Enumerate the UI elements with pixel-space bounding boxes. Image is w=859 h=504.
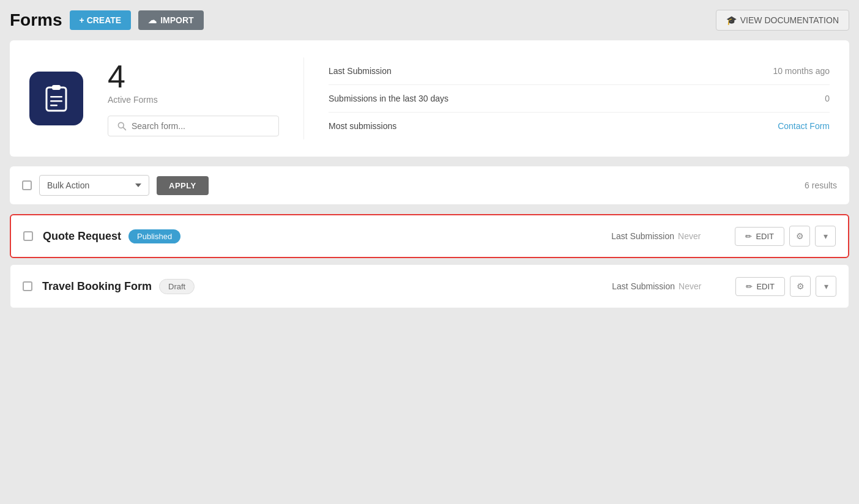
settings-button-1[interactable]: ⚙ (789, 226, 810, 246)
clipboard-icon (42, 84, 71, 113)
expand-button-2[interactable]: ▾ (816, 276, 836, 297)
last-submission-meta-value-1: Never (678, 231, 701, 241)
edit-button-2[interactable]: ✏ EDIT (735, 277, 785, 296)
last-submission-meta-label-1: Last Submission (611, 231, 674, 241)
gear-icon-2: ⚙ (797, 281, 805, 291)
chevron-down-icon-1: ▾ (824, 231, 828, 241)
last-submission-meta-value-2: Never (679, 281, 701, 291)
form-status-badge-2: Draft (159, 279, 195, 294)
expand-button-1[interactable]: ▾ (815, 226, 836, 246)
form-name-group-1: Quote Request Published (43, 229, 180, 243)
settings-button-2[interactable]: ⚙ (790, 276, 811, 297)
submissions-30-days-value: 0 (825, 94, 830, 103)
stats-count-section: 4 Active Forms (108, 61, 279, 136)
cloud-upload-icon: ☁ (148, 15, 157, 25)
last-submission-meta-label-2: Last Submission (612, 281, 675, 291)
form-items-container: Quote Request Published Last Submission … (10, 214, 849, 308)
page-header: Forms + CREATE ☁ IMPORT 🎓 VIEW DOCUMENTA… (10, 10, 849, 31)
pencil-icon-1: ✏ (745, 232, 752, 241)
edit-button-1[interactable]: ✏ EDIT (735, 227, 784, 246)
last-submission-label: Last Submission (329, 66, 392, 76)
last-submission-value: 10 months ago (773, 66, 830, 76)
bulk-action-select[interactable]: Bulk Action (39, 175, 149, 196)
search-box[interactable] (108, 116, 279, 136)
svg-rect-3 (50, 100, 62, 102)
form-name-1: Quote Request (43, 230, 121, 243)
submissions-30-days-label: Submissions in the last 30 days (329, 94, 448, 103)
metric-last-submission: Last Submission 10 months ago (329, 57, 830, 85)
form-meta-2: Last Submission Never (612, 281, 701, 291)
active-forms-count: 4 (108, 61, 279, 92)
metric-most-submissions: Most submissions Contact Form (329, 113, 830, 139)
form-item: Quote Request Published Last Submission … (10, 214, 849, 258)
most-submissions-link[interactable]: Contact Form (778, 121, 830, 131)
pencil-icon-2: ✏ (746, 282, 753, 291)
documentation-button[interactable]: 🎓 VIEW DOCUMENTATION (716, 10, 849, 31)
toolbar-card: Bulk Action APPLY 6 results (10, 166, 849, 204)
toolbar-left: Bulk Action APPLY (22, 175, 209, 196)
stats-card: 4 Active Forms Last Submission 10 months… (10, 40, 849, 157)
page-title: Forms (10, 10, 62, 30)
graduation-cap-icon: 🎓 (726, 15, 737, 25)
form-item-2: Travel Booking Form Draft Last Submissio… (10, 264, 849, 308)
svg-rect-4 (50, 105, 58, 106)
svg-rect-1 (52, 85, 61, 90)
header-left: Forms + CREATE ☁ IMPORT (10, 10, 204, 30)
form-actions-2: ✏ EDIT ⚙ ▾ (735, 276, 836, 297)
form-status-badge-1: Published (128, 229, 180, 243)
import-button[interactable]: ☁ IMPORT (138, 10, 203, 30)
form-actions-1: ✏ EDIT ⚙ ▾ (735, 226, 836, 246)
search-input[interactable] (132, 121, 270, 131)
svg-line-6 (123, 127, 125, 130)
chevron-down-icon-2: ▾ (824, 281, 828, 291)
form-checkbox-2[interactable] (23, 281, 32, 291)
svg-rect-0 (46, 87, 66, 111)
create-button[interactable]: + CREATE (70, 10, 132, 30)
svg-rect-2 (50, 96, 62, 98)
apply-button[interactable]: APPLY (157, 176, 209, 195)
results-count: 6 results (805, 180, 837, 190)
active-forms-label: Active Forms (108, 95, 279, 105)
select-all-checkbox[interactable] (22, 180, 32, 190)
form-name-group-2: Travel Booking Form Draft (42, 279, 195, 294)
form-checkbox-1[interactable] (23, 231, 33, 241)
forms-icon-box (29, 72, 83, 125)
metric-submissions-30-days: Submissions in the last 30 days 0 (329, 85, 830, 113)
most-submissions-label: Most submissions (329, 121, 396, 131)
gear-icon-1: ⚙ (796, 231, 804, 241)
search-icon (117, 121, 127, 131)
form-name-2: Travel Booking Form (42, 280, 152, 293)
stats-metrics: Last Submission 10 months ago Submission… (303, 57, 830, 139)
form-meta-1: Last Submission Never (611, 231, 701, 241)
